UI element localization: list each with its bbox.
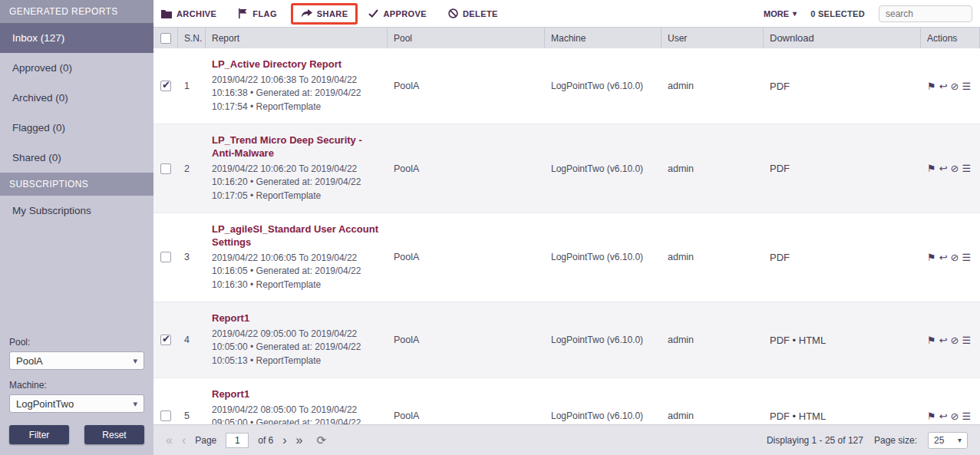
revert-icon[interactable]: ↩	[939, 81, 948, 92]
column-header-sn[interactable]: S.N.	[178, 28, 206, 48]
block-icon[interactable]: ⊘	[951, 410, 959, 422]
list-icon[interactable]: ☰	[962, 410, 971, 422]
filter-button[interactable]: Filter	[9, 425, 69, 444]
flag-icon[interactable]: ⚑	[927, 252, 936, 263]
row-checkbox[interactable]	[160, 81, 171, 91]
archive-button-label: ARCHIVE	[177, 9, 216, 18]
flag-icon[interactable]: ⚑	[927, 81, 936, 92]
report-title[interactable]: Report1	[212, 312, 380, 325]
sidebar-item-shared[interactable]: Shared (0)	[0, 143, 153, 173]
column-header-user[interactable]: User	[662, 28, 764, 48]
pool-select[interactable]: PoolA ▾	[9, 351, 144, 370]
report-title[interactable]: Report1	[212, 388, 380, 401]
next-page-icon[interactable]: ›	[282, 434, 286, 447]
row-sn: 4	[178, 302, 206, 378]
page-label: Page	[195, 435, 216, 446]
check-icon	[368, 9, 378, 18]
last-page-icon[interactable]: »	[296, 434, 303, 447]
row-download-links[interactable]: PDF • HTML	[764, 378, 921, 424]
search-input[interactable]	[879, 5, 972, 22]
row-checkbox[interactable]	[160, 335, 171, 345]
list-icon[interactable]: ☰	[962, 81, 971, 92]
table-row: 1 LP_Active Directory Report 2019/04/22 …	[153, 48, 980, 124]
sidebar-item-my-subscriptions[interactable]: My Subscriptions	[0, 196, 153, 226]
page-number-input[interactable]	[226, 433, 249, 448]
chevron-down-icon: ▾	[133, 399, 137, 409]
pool-select-value: PoolA	[16, 355, 43, 367]
sidebar-item-approved[interactable]: Approved (0)	[0, 53, 153, 83]
row-download-links[interactable]: PDF	[764, 213, 921, 302]
page-count-label: of 6	[258, 435, 273, 446]
sidebar-item-archived[interactable]: Archived (0)	[0, 83, 153, 113]
revert-icon[interactable]: ↩	[939, 252, 948, 263]
row-sn: 3	[178, 213, 206, 302]
flag-icon[interactable]: ⚑	[927, 163, 936, 174]
refresh-icon[interactable]: ⟳	[317, 434, 327, 447]
page-size-value: 25	[934, 435, 944, 446]
machine-label: Machine:	[9, 380, 144, 391]
first-page-icon[interactable]: «	[166, 434, 173, 447]
list-icon[interactable]: ☰	[962, 252, 971, 263]
block-icon[interactable]: ⊘	[951, 163, 959, 174]
archive-button[interactable]: ARCHIVE	[161, 9, 216, 18]
list-icon[interactable]: ☰	[962, 335, 971, 346]
select-all-checkbox[interactable]	[160, 33, 171, 44]
report-details: 2019/04/22 10:06:38 To 2019/04/22 10:16:…	[212, 74, 380, 114]
column-header-pool[interactable]: Pool	[388, 28, 545, 48]
prev-page-icon[interactable]: ‹	[182, 434, 186, 447]
row-checkbox[interactable]	[160, 410, 171, 421]
delete-button-label: DELETE	[463, 9, 498, 18]
chevron-down-icon: ▾	[958, 436, 962, 444]
sidebar: GENERATED REPORTS Inbox (127) Approved (…	[0, 0, 153, 455]
revert-icon[interactable]: ↩	[939, 163, 948, 174]
block-icon[interactable]: ⊘	[951, 252, 959, 263]
row-download-links[interactable]: PDF	[764, 124, 921, 213]
revert-icon[interactable]: ↩	[939, 335, 948, 346]
report-details: 2019/04/22 08:05:00 To 2019/04/22 09:05:…	[212, 404, 380, 424]
report-title[interactable]: LP_Active Directory Report	[212, 58, 380, 71]
main-content: ARCHIVE FLAG SHARE APPROVE DELETE	[153, 0, 980, 455]
row-checkbox[interactable]	[160, 163, 171, 174]
row-pool: PoolA	[388, 48, 545, 124]
column-header-download[interactable]: Download	[764, 28, 921, 48]
flag-icon[interactable]: ⚑	[927, 410, 936, 422]
sidebar-section-subscriptions: SUBSCRIPTIONS	[0, 173, 153, 196]
list-icon[interactable]: ☰	[962, 163, 971, 174]
sidebar-item-flagged[interactable]: Flagged (0)	[0, 113, 153, 143]
delete-button[interactable]: DELETE	[448, 8, 498, 18]
share-button[interactable]: SHARE	[301, 9, 348, 18]
report-details: 2019/04/22 10:06:05 To 2019/04/22 10:16:…	[212, 252, 380, 292]
row-sn: 5	[178, 378, 206, 424]
row-machine: LogPointTwo (v6.10.0)	[545, 302, 662, 378]
column-header-report[interactable]: Report	[206, 28, 388, 48]
more-button[interactable]: MORE ▾	[764, 9, 797, 18]
report-title[interactable]: LP_Trend Micro Deep Security - Anti-Malw…	[212, 134, 380, 160]
sidebar-filters: Pool: PoolA ▾ Machine: LogPointTwo ▾ Fil…	[0, 329, 153, 455]
table-row: 2 LP_Trend Micro Deep Security - Anti-Ma…	[153, 124, 980, 213]
page-size-select[interactable]: 25 ▾	[928, 432, 968, 449]
row-actions: ⚑ ↩ ⊘ ☰	[921, 124, 980, 213]
row-sn: 1	[178, 48, 206, 124]
flag-icon[interactable]: ⚑	[927, 335, 936, 346]
reset-button[interactable]: Reset	[84, 425, 144, 444]
row-download-links[interactable]: PDF • HTML	[764, 302, 921, 378]
column-header-actions[interactable]: Actions	[921, 28, 980, 48]
row-checkbox[interactable]	[160, 252, 171, 262]
displaying-label: Displaying 1 - 25 of 127	[767, 435, 863, 446]
flag-button[interactable]: FLAG	[238, 8, 277, 18]
sidebar-item-inbox[interactable]: Inbox (127)	[0, 23, 153, 53]
table-row: 4 Report1 2019/04/22 09:05:00 To 2019/04…	[153, 302, 980, 378]
report-title[interactable]: LP_agileSI_Standard User Account Setting…	[212, 223, 380, 249]
sidebar-section-generated-reports: GENERATED REPORTS	[0, 0, 153, 23]
approve-button[interactable]: APPROVE	[368, 9, 427, 18]
row-pool: PoolA	[388, 124, 545, 213]
row-download-links[interactable]: PDF	[764, 48, 921, 124]
row-user: admin	[662, 213, 764, 302]
column-header-machine[interactable]: Machine	[545, 28, 662, 48]
row-sn: 2	[178, 124, 206, 213]
block-icon[interactable]: ⊘	[951, 335, 959, 346]
machine-select[interactable]: LogPointTwo ▾	[9, 394, 144, 413]
revert-icon[interactable]: ↩	[939, 410, 948, 422]
approve-button-label: APPROVE	[383, 9, 427, 18]
block-icon[interactable]: ⊘	[951, 81, 959, 92]
